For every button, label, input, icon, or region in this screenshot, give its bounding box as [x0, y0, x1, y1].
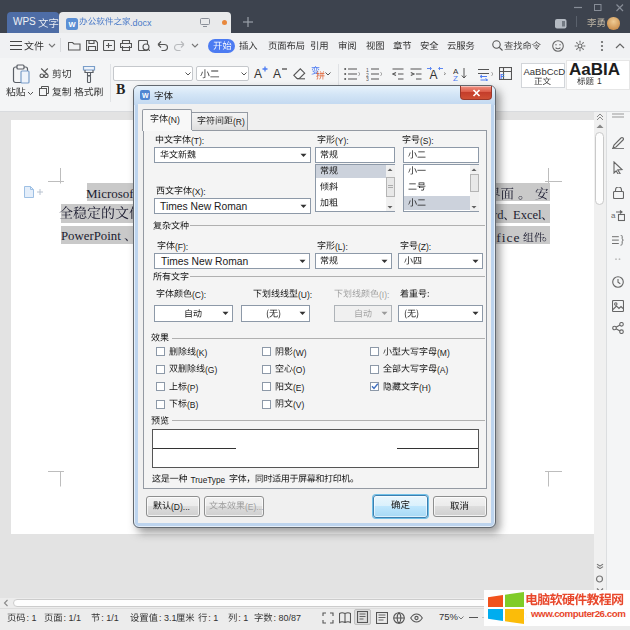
svg-text:a: a	[611, 211, 616, 220]
svg-text:A: A	[430, 68, 438, 81]
svg-text:3: 3	[366, 76, 369, 81]
svg-text:F: F	[500, 73, 505, 80]
svg-text:Z: Z	[453, 74, 458, 81]
